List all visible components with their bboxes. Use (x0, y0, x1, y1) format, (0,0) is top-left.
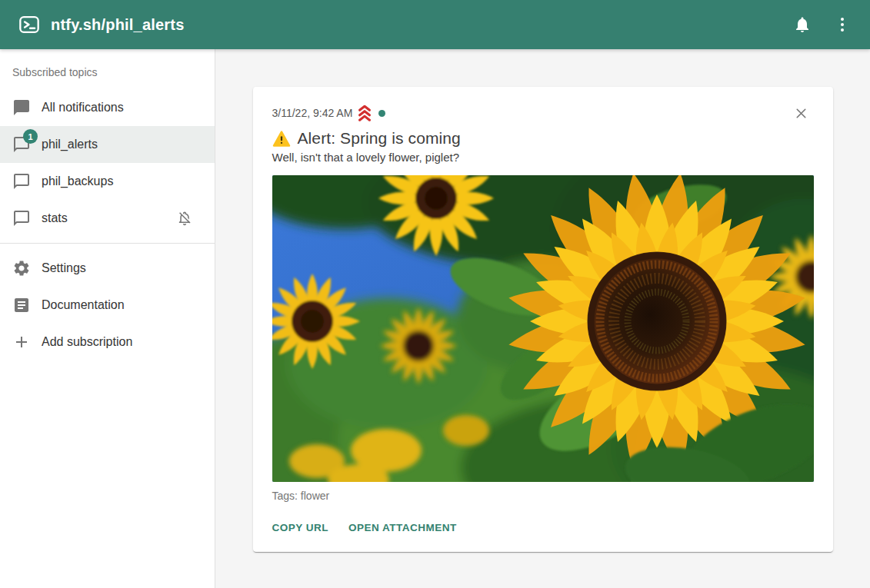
bell-off-icon (176, 210, 193, 227)
sidebar-item-label: All notifications (42, 101, 124, 115)
page-title: ntfy.sh/phil_alerts (51, 16, 184, 34)
notification-title: Alert: Spring is coming (298, 129, 461, 148)
bell-icon[interactable] (787, 9, 818, 40)
terminal-icon[interactable] (18, 14, 40, 35)
sidebar-item-label: Documentation (42, 298, 125, 312)
sidebar-item-all-notifications[interactable]: All notifications (0, 89, 215, 126)
unread-dot (378, 110, 385, 117)
notification-body: Well, isn't that a lovely flower, piglet… (272, 151, 814, 164)
sidebar-item-add-subscription[interactable]: Add subscription (0, 324, 215, 360)
priority-high-icon (356, 105, 373, 121)
sidebar-item-phil-alerts[interactable]: 1 phil_alerts (0, 126, 215, 163)
sidebar-caption: Subscribed topics (0, 66, 215, 78)
sidebar-item-label: Settings (42, 261, 86, 275)
sidebar: Subscribed topics All notifications 1 ph… (0, 49, 215, 588)
app-shell: ntfy.sh/phil_alerts Subscribed topics (0, 0, 870, 588)
card-actions: COPY URL OPEN ATTACHMENT (272, 517, 814, 538)
warning-triangle-icon (272, 130, 291, 147)
main-content: 3/11/22, 9:42 AM (215, 49, 870, 588)
notification-card: 3/11/22, 9:42 AM (253, 87, 833, 552)
sidebar-item-documentation[interactable]: Documentation (0, 287, 215, 324)
gear-icon (12, 259, 31, 277)
notification-timestamp: 3/11/22, 9:42 AM (272, 107, 353, 119)
kebab-menu-icon[interactable] (827, 9, 858, 40)
chat-bubble-filled-icon (12, 98, 31, 117)
sidebar-item-label: stats (42, 211, 68, 225)
sunflower-photo[interactable] (272, 175, 814, 482)
sidebar-item-label: phil_backups (42, 174, 113, 188)
appbar-actions (787, 9, 858, 40)
chat-bubble-outline-icon: 1 (12, 135, 31, 154)
chat-bubble-outline-icon (12, 172, 31, 191)
sidebar-item-phil-backups[interactable]: phil_backups (0, 163, 215, 200)
open-attachment-button[interactable]: OPEN ATTACHMENT (348, 517, 457, 538)
plus-icon (12, 333, 31, 351)
notification-tags: Tags: flower (272, 490, 814, 502)
sidebar-item-label: phil_alerts (42, 138, 98, 151)
unread-count-badge: 1 (23, 129, 38, 144)
sidebar-item-stats[interactable]: stats (0, 200, 215, 237)
close-icon[interactable] (789, 101, 814, 125)
sidebar-item-settings[interactable]: Settings (0, 250, 215, 287)
sidebar-divider (0, 243, 215, 244)
sidebar-item-label: Add subscription (42, 335, 132, 349)
chat-bubble-outline-icon (12, 209, 31, 228)
app-header: ntfy.sh/phil_alerts (0, 0, 870, 49)
article-icon (12, 296, 31, 314)
copy-url-button[interactable]: COPY URL (272, 517, 329, 538)
